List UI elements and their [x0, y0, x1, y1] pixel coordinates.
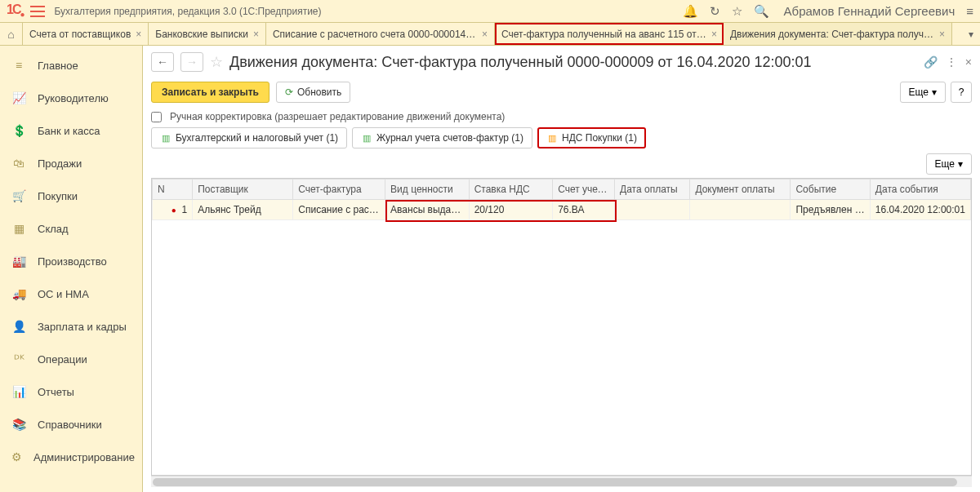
sidebar-item-5[interactable]: ▦Склад: [0, 212, 142, 245]
app-title: Бухгалтерия предприятия, редакция 3.0 (1…: [55, 6, 683, 17]
toolbar: Записать и закрыть ⟳ Обновить Еще ▾ ?: [143, 78, 980, 106]
tab-1[interactable]: Банковские выписки×: [149, 23, 266, 45]
col-header-5[interactable]: Счет учет…: [553, 180, 615, 200]
chevron-down-icon: ▾: [932, 86, 937, 98]
history-icon[interactable]: ↻: [710, 4, 720, 19]
sidebar-item-9[interactable]: ᴰᴷОперации: [0, 343, 142, 375]
topbar: 1C● Бухгалтерия предприятия, редакция 3.…: [0, 0, 980, 23]
tab-label: Счета от поставщиков: [29, 29, 131, 40]
table-row[interactable]: ● 1Альянс ТрейдСписание с расче…Авансы в…: [153, 200, 971, 220]
sidebar-label: Производство: [38, 255, 107, 268]
col-header-4[interactable]: Ставка НДС: [469, 180, 553, 200]
cell: Списание с расче…: [293, 200, 385, 220]
bell-icon[interactable]: 🔔: [683, 4, 698, 19]
nav-forward[interactable]: →: [180, 52, 203, 72]
sidebar-item-10[interactable]: 📊Отчеты: [0, 375, 142, 408]
sidebar-item-1[interactable]: 📈Руководителю: [0, 82, 142, 114]
subtab-label: НДС Покупки (1): [562, 132, 637, 144]
sidebar-item-0[interactable]: ≡Главное: [0, 49, 142, 82]
sidebar-item-6[interactable]: 🏭Производство: [0, 245, 142, 277]
help-button[interactable]: ?: [951, 82, 972, 103]
more-label: Еще: [909, 86, 929, 98]
subtab-1[interactable]: ▥Журнал учета счетов-фактур (1): [352, 127, 532, 148]
horizontal-scrollbar[interactable]: [151, 476, 972, 487]
col-header-0[interactable]: N: [153, 180, 193, 200]
col-header-8[interactable]: Событие: [791, 180, 870, 200]
col-header-2[interactable]: Счет-фактура: [293, 180, 385, 200]
content-header: ← → ☆ Движения документа: Счет-фактура п…: [143, 46, 980, 78]
col-header-1[interactable]: Поставщик: [193, 180, 293, 200]
cell: ● 1: [153, 200, 193, 220]
sidebar-item-3[interactable]: 🛍Продажи: [0, 147, 142, 180]
tab-0[interactable]: Счета от поставщиков×: [23, 23, 149, 45]
tab-close-icon[interactable]: ×: [939, 29, 945, 40]
tab-close-icon[interactable]: ×: [253, 29, 259, 40]
col-header-6[interactable]: Дата оплаты: [615, 180, 690, 200]
col-header-7[interactable]: Документ оплаты: [690, 180, 791, 200]
tabs-dropdown[interactable]: ▾: [962, 23, 980, 45]
tab-label: Списание с расчетного счета 0000-000014 …: [273, 29, 477, 40]
cell: 16.04.2020 12:00:01: [870, 200, 970, 220]
table-more-button[interactable]: Еще ▾: [926, 153, 972, 175]
sidebar-item-11[interactable]: 📚Справочники: [0, 408, 142, 441]
refresh-button[interactable]: ⟳ Обновить: [276, 82, 350, 103]
tab-label: Движения документа: Счет-фактура получен…: [730, 29, 934, 40]
sidebar-item-4[interactable]: 🛒Покупки: [0, 180, 142, 212]
manual-edit-label: Ручная корректировка (разрешает редактир…: [170, 111, 505, 122]
tab-close-icon[interactable]: ×: [711, 29, 717, 40]
col-header-9[interactable]: Дата события: [870, 180, 970, 200]
tab-2[interactable]: Списание с расчетного счета 0000-000014 …: [266, 23, 495, 45]
sidebar-icon: ᴰᴷ: [11, 352, 26, 366]
table-area: Еще ▾ NПоставщикСчет-фактураВид ценности…: [151, 153, 972, 487]
sidebar-label: Банк и касса: [38, 125, 100, 137]
subtabs: ▥Бухгалтерский и налоговый учет (1)▥Журн…: [143, 127, 980, 148]
tab-4[interactable]: Движения документа: Счет-фактура получен…: [724, 23, 952, 45]
sidebar-item-2[interactable]: 💲Банк и касса: [0, 114, 142, 147]
sidebar-icon: ≡: [11, 59, 26, 72]
cell: Авансы выдан…: [385, 200, 470, 220]
sidebar-label: Главное: [38, 60, 78, 72]
search-icon[interactable]: 🔍: [754, 4, 769, 19]
star-icon[interactable]: ☆: [732, 4, 742, 19]
tab-close-icon[interactable]: ×: [136, 29, 141, 40]
sidebar-item-7[interactable]: 🚚ОС и НМА: [0, 277, 142, 310]
sidebar-item-8[interactable]: 👤Зарплата и кадры: [0, 310, 142, 343]
sidebar-icon: 👤: [11, 320, 26, 333]
subtab-2[interactable]: ▥НДС Покупки (1): [537, 127, 646, 148]
sidebar-icon: 📚: [11, 418, 26, 431]
subtab-icon: ▥: [546, 132, 558, 144]
home-tab[interactable]: ⌂: [0, 23, 23, 45]
logo-1c: 1C●: [7, 2, 24, 19]
more-header-icon[interactable]: ⋮: [946, 55, 957, 69]
menu-icon[interactable]: [30, 6, 45, 17]
tab-3[interactable]: Счет-фактура полученный на аванс 115 от …: [495, 23, 724, 45]
sidebar-label: Справочники: [38, 419, 102, 431]
manual-edit-checkbox[interactable]: [151, 112, 162, 122]
cell: Альянс Трейд: [193, 200, 293, 220]
col-header-3[interactable]: Вид ценности: [385, 180, 470, 200]
more-button[interactable]: Еще ▾: [900, 82, 946, 103]
content-area: ← → ☆ Движения документа: Счет-фактура п…: [143, 46, 980, 492]
user-name[interactable]: Абрамов Геннадий Сергеевич: [784, 4, 956, 18]
sidebar-label: Склад: [38, 223, 69, 235]
topbar-actions: 🔔 ↻ ☆ 🔍 Абрамов Геннадий Сергеевич ≡: [683, 4, 973, 19]
subtab-0[interactable]: ▥Бухгалтерский и налоговый учет (1): [151, 127, 347, 148]
tab-close-icon[interactable]: ×: [482, 29, 488, 40]
sidebar-label: ОС и НМА: [38, 288, 89, 300]
sidebar-icon: 🛍: [11, 157, 26, 170]
link-icon[interactable]: 🔗: [924, 55, 938, 69]
cell: [615, 200, 690, 220]
data-table: NПоставщикСчет-фактураВид ценностиСтавка…: [152, 179, 971, 220]
sidebar-icon: 🏭: [11, 255, 26, 268]
save-close-button[interactable]: Записать и закрыть: [151, 82, 270, 103]
sidebar-icon: 💲: [11, 124, 26, 137]
close-content-icon[interactable]: ×: [965, 55, 972, 69]
chevron-down-icon: ▾: [958, 158, 963, 170]
favorite-toggle[interactable]: ☆: [210, 53, 223, 71]
panel-toggle-icon[interactable]: ≡: [966, 4, 973, 18]
manual-edit-row: Ручная корректировка (разрешает редактир…: [143, 106, 980, 127]
sidebar-label: Администрирование: [33, 451, 135, 463]
nav-back[interactable]: ←: [151, 52, 174, 72]
sidebar-item-12[interactable]: ⚙Администрирование: [0, 441, 142, 473]
sidebar-label: Руководителю: [38, 92, 109, 104]
